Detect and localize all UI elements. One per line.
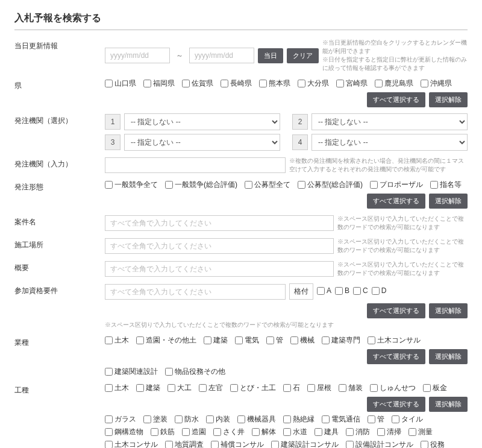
checkbox-item[interactable]: 清掃 (377, 427, 401, 437)
checkbox-item[interactable]: 建築専門 (322, 335, 360, 345)
checkbox-item[interactable]: 電気 (235, 335, 259, 345)
checkbox-item[interactable]: 管 (266, 335, 283, 345)
note-casename: スペース区切りで入力していただくことで複数のワードでの検索が可能になります (337, 215, 468, 232)
checkbox-item[interactable]: 左官 (199, 383, 223, 393)
work-select-all[interactable]: すべて選択する (367, 397, 425, 412)
checkbox-item[interactable]: 鋼構造物 (105, 427, 143, 437)
summary-input[interactable] (105, 261, 334, 277)
note-summary: スペース区切りで入力していただくことで複数のワードでの検索が可能になります (337, 260, 468, 277)
checkbox-item[interactable]: 公募型(総合評価) (298, 180, 363, 190)
checkbox-item[interactable]: 沖縄県 (421, 78, 452, 89)
checkbox-item[interactable]: とび・土工 (230, 383, 276, 393)
btn-clear-date[interactable]: クリア (287, 48, 319, 63)
btn-today[interactable]: 当日 (258, 48, 283, 63)
checkbox-item[interactable]: 役務 (421, 440, 445, 448)
agency-num-1: 1 (105, 114, 120, 130)
checkbox-item[interactable]: 水道 (283, 427, 307, 437)
checkbox-item[interactable]: 測量 (408, 427, 433, 437)
agency-select-2[interactable]: -- 指定しない -- (311, 113, 468, 130)
pref-clear[interactable]: 選択解除 (429, 92, 468, 107)
qual-clear[interactable]: 選択解除 (429, 303, 468, 318)
label-qual: 参加資格要件 (14, 283, 105, 296)
qual-input[interactable] (105, 284, 286, 300)
checkbox-item[interactable]: 山口県 (105, 78, 136, 89)
checkbox-item[interactable]: 板金 (423, 383, 447, 393)
checkbox-item[interactable]: 造園 (182, 427, 206, 437)
checkbox-item[interactable]: 鉄筋 (151, 427, 175, 437)
checkbox-item[interactable]: 土木 (105, 383, 129, 393)
checkbox-item[interactable]: 石 (283, 383, 300, 393)
checkbox-item[interactable]: 宮崎県 (336, 78, 368, 89)
checkbox-item[interactable]: 管 (368, 414, 384, 424)
checkbox-item[interactable]: 建具 (315, 427, 339, 437)
checkbox-item[interactable]: ガラス (105, 414, 136, 424)
checkbox-item[interactable]: しゅんせつ (370, 383, 416, 393)
label-pref: 県 (14, 78, 105, 91)
checkbox-item[interactable]: 解体 (252, 427, 276, 437)
checkbox-item[interactable]: さく井 (213, 427, 245, 437)
checkbox-item[interactable]: 土木 (105, 335, 129, 345)
checkbox-item[interactable]: 大分県 (298, 78, 329, 89)
checkbox-item[interactable]: 佐賀県 (182, 78, 213, 89)
form-clear[interactable]: 選択解除 (429, 194, 468, 209)
checkbox-item[interactable]: 建築 (204, 335, 228, 345)
update-from-input[interactable] (105, 48, 170, 63)
checkbox-item[interactable]: 設備設計コンサル (346, 440, 413, 448)
checkbox-item[interactable]: 物品役務その他 (165, 367, 225, 377)
checkbox-item[interactable]: D (372, 286, 387, 295)
checkbox-item[interactable]: 熱絶縁 (283, 414, 315, 424)
checkbox-item[interactable]: 大工 (167, 383, 192, 393)
checkbox-item[interactable]: 造園・その他土 (136, 335, 196, 345)
casename-input[interactable] (105, 215, 334, 231)
checkbox-item[interactable]: 福岡県 (143, 78, 175, 89)
pref-select-all[interactable]: すべて選択する (367, 92, 425, 107)
qual-select-all[interactable]: すべて選択する (367, 303, 425, 318)
checkbox-item[interactable]: 補償コンサル (211, 440, 264, 448)
checkbox-item[interactable]: 舗装 (339, 383, 363, 393)
agency-select-1[interactable]: -- 指定しない -- (124, 113, 280, 130)
checkbox-item[interactable]: 機械器具 (237, 414, 276, 424)
checkbox-item[interactable]: 土木コンサル (368, 335, 421, 345)
label-summary: 概要 (14, 260, 105, 273)
checkbox-item[interactable]: プロポーザル (370, 180, 423, 190)
checkbox-item[interactable]: 建築関連設計 (105, 367, 158, 377)
checkbox-item[interactable]: 機械 (290, 335, 315, 345)
checkbox-item[interactable]: A (317, 286, 331, 295)
agency-input[interactable] (105, 157, 286, 173)
industry-clear[interactable]: 選択解除 (429, 349, 468, 364)
industry-select-all[interactable]: すべて選択する (367, 349, 425, 364)
agency-select-4[interactable]: -- 指定しない -- (311, 134, 468, 151)
site-input[interactable] (105, 238, 334, 254)
work-clear[interactable]: 選択解除 (429, 397, 468, 412)
checkbox-item[interactable]: 内装 (206, 414, 230, 424)
checkbox-item[interactable]: 土木コンサル (105, 440, 158, 448)
checkbox-item[interactable]: 地質調査 (165, 440, 204, 448)
checkbox-item[interactable]: 一般競争(総合評価) (165, 180, 237, 190)
agency-num-2: 2 (292, 114, 308, 130)
checkbox-item[interactable]: 塗装 (143, 414, 167, 424)
checkbox-item[interactable]: C (353, 286, 368, 295)
checkbox-item[interactable]: 公募型全て (245, 180, 290, 190)
checkbox-item[interactable]: B (335, 286, 349, 295)
form-select-all[interactable]: すべて選択する (367, 194, 425, 209)
label-site: 施工場所 (14, 238, 105, 250)
agency-select-3[interactable]: -- 指定しない -- (124, 134, 280, 151)
checkbox-item[interactable]: 長崎県 (221, 78, 252, 89)
label-agency-sel: 発注機関（選択） (14, 113, 105, 126)
checkbox-item[interactable]: 熊本県 (259, 78, 290, 89)
checkbox-item[interactable]: 一般競争全て (105, 180, 158, 190)
checkbox-item[interactable]: 建築 (136, 383, 160, 393)
checkbox-item[interactable]: 建築設計コンサル (271, 440, 339, 448)
checkbox-item[interactable]: タイル (392, 414, 423, 424)
note-site: スペース区切りで入力していただくことで複数のワードでの検索が可能になります (337, 238, 468, 254)
checkbox-item[interactable]: 電気通信 (322, 414, 360, 424)
checkbox-item[interactable]: 防水 (175, 414, 199, 424)
checkbox-item[interactable]: 鹿児島県 (375, 78, 413, 89)
checkbox-item[interactable]: 屋根 (307, 383, 331, 393)
label-casename: 案件名 (14, 215, 105, 227)
agency-num-4: 4 (292, 134, 308, 150)
checkbox-item[interactable]: 消防 (346, 427, 370, 437)
update-to-input[interactable] (189, 48, 254, 63)
note-qual: スペース区切りで入力していただくことで複数のワードでの検索が可能となります (105, 321, 334, 329)
checkbox-item[interactable]: 指名等 (430, 180, 462, 190)
